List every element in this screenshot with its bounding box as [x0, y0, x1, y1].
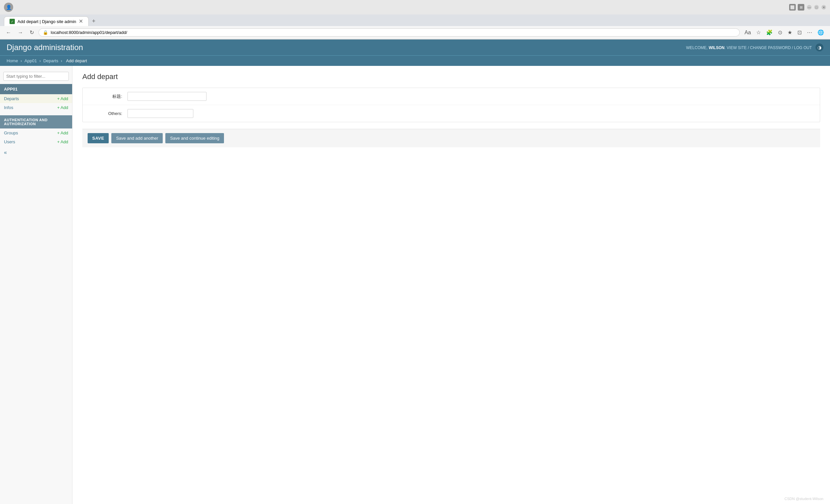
- tab-favicon: ✓: [9, 19, 15, 24]
- sidebar: APP01 Departs + Add Infos + Add AUTHENTI…: [0, 66, 72, 504]
- form-row-others: Others:: [83, 105, 820, 122]
- main-layout: APP01 Departs + Add Infos + Add AUTHENTI…: [0, 66, 830, 504]
- collections-button[interactable]: ⊡: [795, 28, 804, 37]
- avatar-icon: 👤: [4, 3, 13, 12]
- departs-add-link[interactable]: + Add: [57, 96, 68, 101]
- auth-section: AUTHENTICATION AND AUTHORIZATION Groups …: [0, 115, 72, 146]
- app01-title[interactable]: APP01: [0, 84, 72, 94]
- tab-close-button[interactable]: ✕: [79, 19, 83, 24]
- window-controls: 👤: [4, 3, 13, 12]
- new-tab-button[interactable]: +: [89, 17, 98, 26]
- browser-titlebar: 👤 ⬜ ⊞ — □ ✕: [0, 0, 830, 14]
- maximize-button[interactable]: □: [814, 5, 819, 9]
- edge-icon: 🌐: [816, 28, 826, 37]
- extensions-icon: ⬜: [789, 4, 796, 10]
- save-button[interactable]: SAVE: [88, 133, 109, 143]
- others-label: Others:: [88, 111, 127, 116]
- breadcrumb-app01[interactable]: App01: [24, 58, 37, 63]
- back-button[interactable]: ←: [4, 28, 13, 37]
- sidebar-filter-input[interactable]: [3, 72, 69, 81]
- breadcrumb-sep2: ›: [39, 58, 42, 63]
- sidebar-filter-container: [3, 72, 69, 81]
- app01-section: APP01 Departs + Add Infos + Add: [0, 84, 72, 112]
- save-continue-button[interactable]: Save and continue editing: [165, 133, 224, 143]
- address-bar: 🔒: [38, 28, 740, 37]
- breadcrumb-home[interactable]: Home: [7, 58, 18, 63]
- grid-icon: ⊞: [798, 4, 804, 10]
- users-add-link[interactable]: + Add: [57, 139, 68, 144]
- save-add-another-button[interactable]: Save and add another: [111, 133, 163, 143]
- tab-title: Add depart | Django site admin: [18, 19, 76, 24]
- close-button[interactable]: ✕: [822, 5, 826, 9]
- browser-chrome: 👤 ⬜ ⊞ — □ ✕ ✓ Add depart | Django site a…: [0, 0, 830, 39]
- others-input-container: [127, 109, 193, 118]
- page-title: Add depart: [82, 72, 820, 81]
- profile-button[interactable]: ⊙: [776, 28, 784, 37]
- sidebar-item-users[interactable]: Users + Add: [0, 137, 72, 146]
- others-input[interactable]: [127, 109, 193, 118]
- read-mode-button[interactable]: Aa: [742, 28, 753, 37]
- title-label: 标题:: [88, 94, 127, 99]
- username: WILSON: [709, 45, 725, 50]
- breadcrumb: Home › App01 › Departs › Add depart: [0, 55, 830, 66]
- main-content: Add depart 标题: Others: SAVE Save and add…: [72, 66, 830, 504]
- forward-button[interactable]: →: [16, 28, 25, 37]
- sidebar-item-infos[interactable]: Infos + Add: [0, 103, 72, 112]
- browser-tabs: ✓ Add depart | Django site admin ✕ +: [0, 14, 830, 26]
- bookmark-button[interactable]: ☆: [754, 28, 763, 37]
- infos-label: Infos: [4, 105, 13, 110]
- view-site-link[interactable]: VIEW SITE: [727, 45, 747, 50]
- sidebar-collapse-button[interactable]: «: [0, 146, 72, 159]
- user-info: WELCOME, WILSON. VIEW SITE / CHANGE PASS…: [686, 43, 823, 52]
- django-header: Django administration WELCOME, WILSON. V…: [0, 39, 830, 55]
- change-password-link[interactable]: CHANGE PASSWORD: [750, 45, 791, 50]
- welcome-text: WELCOME,: [686, 45, 707, 50]
- sidebar-item-departs[interactable]: Departs + Add: [0, 94, 72, 103]
- minimize-button[interactable]: —: [807, 5, 811, 9]
- breadcrumb-sep3: ›: [61, 58, 64, 63]
- groups-label: Groups: [4, 130, 18, 135]
- departs-label: Departs: [4, 96, 19, 101]
- groups-add-link[interactable]: + Add: [57, 130, 68, 135]
- title-input-container: [127, 92, 206, 101]
- theme-toggle-button[interactable]: ◑: [816, 43, 823, 52]
- toolbar-icons: Aa ☆ 🧩 ⊙ ★ ⊡ ⋯ 🌐: [742, 28, 826, 37]
- submit-row: SAVE Save and add another Save and conti…: [82, 129, 820, 147]
- sidebar-item-groups[interactable]: Groups + Add: [0, 128, 72, 137]
- active-tab[interactable]: ✓ Add depart | Django site admin ✕: [4, 17, 89, 26]
- browser-toolbar: ← → ↻ 🔒 Aa ☆ 🧩 ⊙ ★ ⊡ ⋯ 🌐: [0, 26, 830, 39]
- favorites-button[interactable]: ★: [786, 28, 794, 37]
- more-button[interactable]: ⋯: [805, 28, 814, 37]
- users-label: Users: [4, 139, 15, 144]
- watermark: CSDN @student-Wilson: [785, 497, 823, 501]
- separator2: /: [792, 45, 794, 50]
- breadcrumb-sep1: ›: [21, 58, 23, 63]
- infos-add-link[interactable]: + Add: [57, 105, 68, 110]
- extension-button[interactable]: 🧩: [764, 28, 775, 37]
- url-input[interactable]: [51, 30, 735, 35]
- lock-icon: 🔒: [43, 30, 48, 35]
- reload-button[interactable]: ↻: [28, 28, 36, 37]
- auth-section-title: AUTHENTICATION AND AUTHORIZATION: [0, 115, 72, 128]
- form-row-title: 标题:: [83, 88, 820, 105]
- form-section: 标题: Others:: [82, 88, 820, 122]
- breadcrumb-departs[interactable]: Departs: [43, 58, 58, 63]
- title-input[interactable]: [127, 92, 206, 101]
- breadcrumb-current: Add depart: [66, 58, 87, 63]
- django-admin-title[interactable]: Django administration: [7, 43, 83, 52]
- logout-link[interactable]: LOG OUT: [794, 45, 812, 50]
